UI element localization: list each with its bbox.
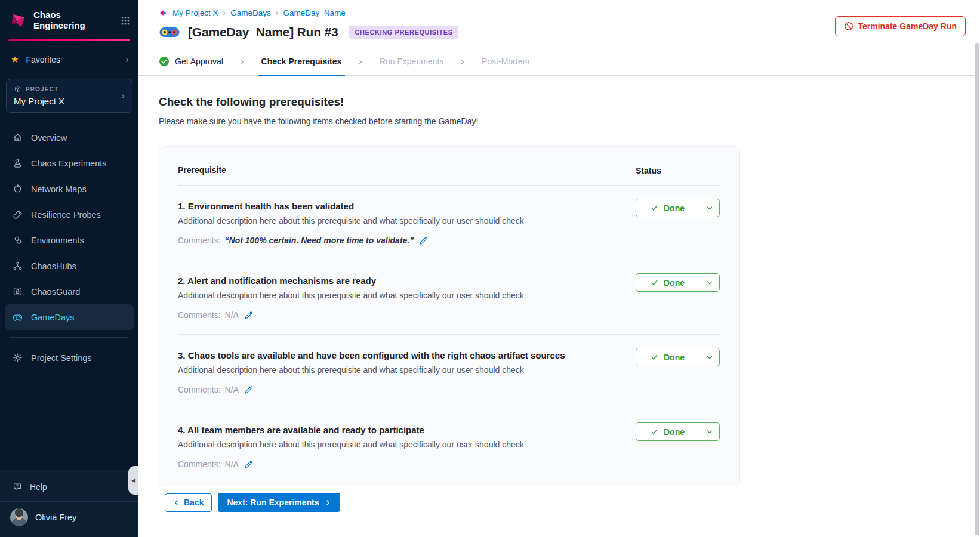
- app-root: Chaos Engineering ★ Favorites ›: [0, 0, 980, 537]
- no-entry-icon: [844, 21, 853, 31]
- prerequisite-description: Additional description here about this p…: [178, 216, 631, 226]
- comments-label: Comments:: [178, 236, 221, 245]
- status-done-button[interactable]: Done: [636, 199, 720, 217]
- footer-actions: Back Next: Run Experiments: [165, 493, 980, 512]
- favorites-link[interactable]: ★ Favorites ›: [0, 41, 138, 70]
- sidebar-item-chaosguard[interactable]: ChaosGuard: [0, 279, 138, 304]
- prerequisite-title: 3. Chaos tools are available and have be…: [178, 350, 631, 360]
- prerequisite-title: 4. All team members are available and re…: [178, 425, 631, 435]
- status-badge: CHECKING PREREQUISITES: [349, 26, 458, 39]
- apps-grid-icon[interactable]: [121, 16, 130, 26]
- check-icon: [651, 428, 658, 436]
- sidebar-collapse-toggle[interactable]: ◀: [128, 466, 138, 495]
- step-label: Run Experiments: [380, 57, 443, 66]
- step-run-experiments[interactable]: Run Experiments: [380, 48, 443, 76]
- comments-label: Comments:: [178, 459, 221, 469]
- chevron-right-icon: ›: [121, 91, 125, 101]
- sidebar-header: Chaos Engineering: [0, 0, 138, 39]
- project-eyebrow: PROJECT: [26, 86, 58, 92]
- status-done-button[interactable]: Done: [636, 348, 720, 366]
- comments-value: N/A: [225, 310, 239, 320]
- sidebar-item-gamedays[interactable]: GameDays: [5, 304, 134, 330]
- prerequisite-comments: Comments: N/A: [178, 459, 720, 469]
- edit-comment-icon[interactable]: [419, 236, 428, 245]
- chevron-down-icon[interactable]: [699, 199, 719, 217]
- favorites-label: Favorites: [26, 55, 118, 64]
- sidebar-item-label: GameDays: [31, 313, 75, 322]
- sidebar-item-network-maps[interactable]: Network Maps: [0, 176, 138, 202]
- star-icon: ★: [11, 55, 19, 64]
- chaos-engineering-logo-icon: [10, 11, 27, 29]
- home-icon: [13, 132, 23, 143]
- step-check-prerequisites[interactable]: Check Prerequisites: [261, 48, 342, 76]
- sidebar-item-label: Network Maps: [31, 184, 87, 194]
- sidebar-item-chaoshubs[interactable]: ChaosHubs: [0, 253, 138, 279]
- back-button[interactable]: Back: [165, 493, 212, 512]
- gear-icon: [13, 353, 23, 363]
- sidebar-item-label: ChaosGuard: [31, 287, 80, 297]
- project-selector[interactable]: PROJECT My Project X ›: [6, 79, 132, 113]
- breadcrumb-link-gamedays[interactable]: GameDays: [230, 8, 271, 17]
- probe-icon: [13, 209, 23, 220]
- chevron-right-icon: ›: [359, 55, 362, 67]
- prerequisite-row: 1. Environment health has been validated…: [178, 186, 720, 260]
- user-menu[interactable]: Olivia Frey: [0, 501, 138, 530]
- chevron-down-icon[interactable]: [699, 348, 719, 366]
- status-done-button[interactable]: Done: [636, 273, 720, 292]
- chevron-down-icon[interactable]: [699, 423, 719, 440]
- sidebar-item-resilience-probes[interactable]: Resilience Probes: [0, 202, 138, 227]
- chevron-left-icon: ◀: [131, 477, 135, 483]
- edit-comment-icon[interactable]: [244, 460, 253, 469]
- step-post-mortem[interactable]: Post-Mortem: [482, 48, 529, 76]
- chevron-right-icon: ›: [461, 55, 464, 67]
- breadcrumb-logo-icon: [159, 8, 168, 17]
- prerequisites-section: Check the following prerequisites! Pleas…: [138, 76, 980, 512]
- environments-icon: [13, 235, 23, 245]
- step-get-approval[interactable]: Get Approval: [159, 48, 223, 76]
- check-icon: [651, 204, 658, 212]
- comments-value: N/A: [225, 459, 239, 469]
- sidebar: Chaos Engineering ★ Favorites ›: [0, 0, 138, 537]
- sidebar-item-chaos-experiments[interactable]: Chaos Experiments: [0, 150, 138, 176]
- sidebar-item-overview[interactable]: Overview: [0, 125, 138, 150]
- chevron-right-icon: ›: [125, 54, 129, 64]
- chevron-down-icon[interactable]: [699, 274, 719, 291]
- sidebar-nav: Overview Chaos Experiments Network Maps: [0, 125, 138, 330]
- scrollbar-thumb[interactable]: [975, 43, 979, 535]
- terminate-gameday-run-button[interactable]: Terminate GameDay Run: [835, 16, 966, 36]
- breadcrumb-link-project[interactable]: My Project X: [172, 8, 218, 17]
- help-link[interactable]: ? Help: [0, 476, 138, 498]
- sidebar-bottom: ? Help Olivia Frey: [0, 470, 138, 537]
- sidebar-item-project-settings[interactable]: Project Settings: [0, 345, 138, 371]
- sidebar-item-label: Project Settings: [31, 353, 92, 363]
- section-subheading: Please make sure you have the following …: [159, 116, 980, 126]
- project-name: My Project X: [14, 96, 121, 106]
- sidebar-item-environments[interactable]: Environments: [0, 227, 138, 253]
- next-run-experiments-button[interactable]: Next: Run Experiments: [218, 493, 340, 512]
- edit-comment-icon[interactable]: [244, 311, 253, 320]
- sidebar-item-label: Resilience Probes: [31, 210, 101, 220]
- sidebar-divider: [10, 337, 129, 338]
- sidebar-item-label: Overview: [31, 133, 67, 143]
- prerequisite-row: 4. All team members are available and re…: [178, 409, 720, 486]
- prerequisite-title: 1. Environment health has been validated: [178, 201, 631, 211]
- chevron-right-icon: [325, 499, 331, 506]
- breadcrumb-separator: ›: [276, 8, 279, 17]
- user-name: Olivia Frey: [35, 513, 76, 522]
- chevron-left-icon: [173, 499, 180, 506]
- brand-title: Chaos Engineering: [33, 10, 115, 31]
- cube-icon: [14, 85, 21, 93]
- main-area: My Project X › GameDays › GameDay_Name […: [138, 0, 980, 537]
- user-avatar: [10, 508, 28, 526]
- column-header-prerequisite: Prerequisite: [178, 165, 226, 175]
- prerequisite-description: Additional description here about this p…: [178, 365, 631, 375]
- prerequisite-description: Additional description here about this p…: [178, 291, 631, 300]
- prerequisite-comments: Comments: N/A: [178, 385, 720, 394]
- edit-comment-icon[interactable]: [244, 385, 253, 394]
- prerequisite-description: Additional description here about this p…: [178, 440, 631, 449]
- check-circle-icon: [159, 56, 170, 67]
- run-stepper: Get Approval › Check Prerequisites › Run…: [138, 48, 980, 76]
- comments-label: Comments:: [178, 385, 221, 394]
- status-done-button[interactable]: Done: [636, 422, 720, 441]
- breadcrumb-link-gameday-name[interactable]: GameDay_Name: [283, 8, 345, 17]
